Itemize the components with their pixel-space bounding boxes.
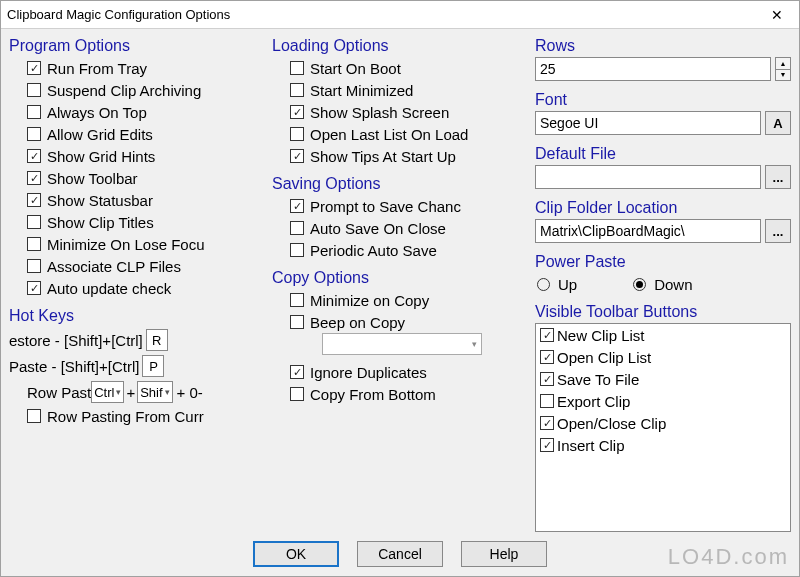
checkbox-icon[interactable] xyxy=(540,350,554,364)
beep-sound-combo[interactable]: ▾ xyxy=(322,333,482,355)
opt-start-min[interactable]: Start Minimized xyxy=(272,79,523,101)
checkbox-icon[interactable] xyxy=(290,83,304,97)
checkbox-icon[interactable] xyxy=(290,105,304,119)
default-file-browse-button[interactable]: ... xyxy=(765,165,791,189)
checkbox-icon[interactable] xyxy=(290,315,304,329)
opt-autosave-close[interactable]: Auto Save On Close xyxy=(272,217,523,239)
opt-suspend-archiving[interactable]: Suspend Clip Archiving xyxy=(9,79,260,101)
hotkey-paste-input[interactable]: P xyxy=(142,355,164,377)
opt-show-tips[interactable]: Show Tips At Start Up xyxy=(272,145,523,167)
mod1-combo[interactable]: Ctrl▾ xyxy=(91,381,124,403)
opt-run-from-tray[interactable]: Run From Tray xyxy=(9,57,260,79)
checkbox-icon[interactable] xyxy=(27,259,41,273)
clip-folder-browse-button[interactable]: ... xyxy=(765,219,791,243)
ok-button[interactable]: OK xyxy=(253,541,339,567)
hotkey-suffix: + 0- xyxy=(177,384,203,401)
option-label: Suspend Clip Archiving xyxy=(47,82,201,99)
checkbox-icon[interactable] xyxy=(290,243,304,257)
opt-always-on-top[interactable]: Always On Top xyxy=(9,101,260,123)
chevron-up-icon[interactable]: ▲ xyxy=(776,58,790,70)
opt-rowpaste-curr[interactable]: Row Pasting From Curr xyxy=(9,405,260,427)
opt-auto-update[interactable]: Auto update check xyxy=(9,277,260,299)
option-label: Ignore Duplicates xyxy=(310,364,427,381)
option-label: Row Pasting From Curr xyxy=(47,408,204,425)
radio-label: Up xyxy=(558,276,577,293)
list-item[interactable]: Export Clip xyxy=(536,390,790,412)
copy-options-title: Copy Options xyxy=(272,269,523,287)
list-item[interactable]: Save To File xyxy=(536,368,790,390)
checkbox-icon[interactable] xyxy=(27,215,41,229)
opt-prompt-save[interactable]: Prompt to Save Chanc xyxy=(272,195,523,217)
hotkey-restore-input[interactable]: R xyxy=(146,329,168,351)
opt-show-grid-hints[interactable]: Show Grid Hints xyxy=(9,145,260,167)
checkbox-icon[interactable] xyxy=(540,394,554,408)
checkbox-icon[interactable] xyxy=(27,237,41,251)
checkbox-icon[interactable] xyxy=(540,372,554,386)
close-button[interactable]: ✕ xyxy=(755,1,799,29)
opt-ignore-dup[interactable]: Ignore Duplicates xyxy=(272,361,523,383)
checkbox-icon[interactable] xyxy=(290,387,304,401)
mod2-combo[interactable]: Shif▾ xyxy=(137,381,172,403)
opt-show-clip-titles[interactable]: Show Clip Titles xyxy=(9,211,260,233)
opt-start-boot[interactable]: Start On Boot xyxy=(272,57,523,79)
checkbox-icon[interactable] xyxy=(27,281,41,295)
rows-spinner[interactable]: ▲▼ xyxy=(775,57,791,81)
checkbox-icon[interactable] xyxy=(290,127,304,141)
list-item-label: Open/Close Clip xyxy=(557,415,666,432)
hotkey-label: estore - [Shift]+[Ctrl] xyxy=(9,332,143,349)
chevron-down-icon[interactable]: ▼ xyxy=(776,70,790,81)
checkbox-icon[interactable] xyxy=(27,171,41,185)
opt-open-last[interactable]: Open Last List On Load xyxy=(272,123,523,145)
font-input[interactable]: Segoe UI xyxy=(535,111,761,135)
checkbox-icon[interactable] xyxy=(290,199,304,213)
font-picker-button[interactable]: A xyxy=(765,111,791,135)
option-label: Copy From Bottom xyxy=(310,386,436,403)
clip-folder-input[interactable]: Matrix\ClipBoardMagic\ xyxy=(535,219,761,243)
radio-label: Down xyxy=(654,276,692,293)
checkbox-icon[interactable] xyxy=(27,193,41,207)
toolbar-buttons-listbox[interactable]: New Clip List Open Clip List Save To Fil… xyxy=(535,323,791,532)
checkbox-icon[interactable] xyxy=(27,149,41,163)
checkbox-icon[interactable] xyxy=(27,127,41,141)
opt-allow-grid-edits[interactable]: Allow Grid Edits xyxy=(9,123,260,145)
checkbox-icon[interactable] xyxy=(27,105,41,119)
opt-beep-on-copy[interactable]: Beep on Copy xyxy=(272,311,523,333)
checkbox-icon[interactable] xyxy=(540,416,554,430)
cancel-button[interactable]: Cancel xyxy=(357,541,443,567)
option-label: Show Toolbar xyxy=(47,170,138,187)
radio-up[interactable] xyxy=(537,278,550,291)
option-label: Show Clip Titles xyxy=(47,214,154,231)
opt-show-statusbar[interactable]: Show Statusbar xyxy=(9,189,260,211)
option-label: Run From Tray xyxy=(47,60,147,77)
checkbox-icon[interactable] xyxy=(290,293,304,307)
checkbox-icon[interactable] xyxy=(290,61,304,75)
list-item-label: Save To File xyxy=(557,371,639,388)
checkbox-icon[interactable] xyxy=(27,83,41,97)
hotkey-label: Paste - [Shift]+[Ctrl] xyxy=(9,358,139,375)
checkbox-icon[interactable] xyxy=(290,149,304,163)
default-file-title: Default File xyxy=(535,145,791,163)
list-item[interactable]: Insert Clip xyxy=(536,434,790,456)
checkbox-icon[interactable] xyxy=(27,409,41,423)
list-item[interactable]: New Clip List xyxy=(536,324,790,346)
opt-show-toolbar[interactable]: Show Toolbar xyxy=(9,167,260,189)
loading-options-title: Loading Options xyxy=(272,37,523,55)
radio-down[interactable] xyxy=(633,278,646,291)
help-button[interactable]: Help xyxy=(461,541,547,567)
default-file-input[interactable] xyxy=(535,165,761,189)
hotkey-restore-row: estore - [Shift]+[Ctrl] R xyxy=(9,327,260,353)
list-item[interactable]: Open/Close Clip xyxy=(536,412,790,434)
opt-copy-bottom[interactable]: Copy From Bottom xyxy=(272,383,523,405)
checkbox-icon[interactable] xyxy=(540,438,554,452)
rows-input[interactable]: 25 xyxy=(535,57,771,81)
checkbox-icon[interactable] xyxy=(290,221,304,235)
opt-periodic-save[interactable]: Periodic Auto Save xyxy=(272,239,523,261)
checkbox-icon[interactable] xyxy=(290,365,304,379)
opt-splash[interactable]: Show Splash Screen xyxy=(272,101,523,123)
list-item[interactable]: Open Clip List xyxy=(536,346,790,368)
checkbox-icon[interactable] xyxy=(540,328,554,342)
opt-min-on-copy[interactable]: Minimize on Copy xyxy=(272,289,523,311)
opt-associate-clp[interactable]: Associate CLP Files xyxy=(9,255,260,277)
opt-min-lose-focus[interactable]: Minimize On Lose Focu xyxy=(9,233,260,255)
checkbox-icon[interactable] xyxy=(27,61,41,75)
